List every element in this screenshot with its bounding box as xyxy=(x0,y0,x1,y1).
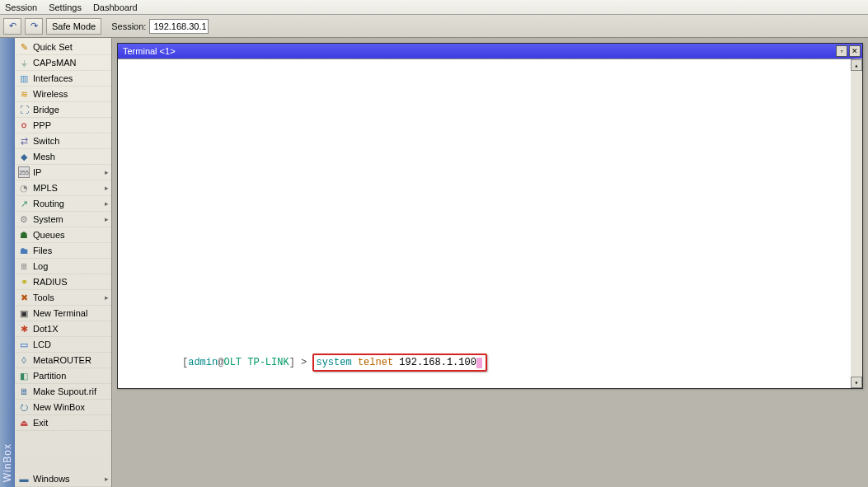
radius-icon: ⚭ xyxy=(18,276,30,288)
lcd-icon: ▭ xyxy=(18,339,30,350)
sidebar-item-queues[interactable]: ☗Queues xyxy=(15,227,111,243)
sidebar-item-files[interactable]: 🖿Files xyxy=(15,243,111,259)
mesh-icon: ◆ xyxy=(18,151,30,162)
sidebar-item-exit[interactable]: ⏏Exit xyxy=(15,415,111,431)
sidebar-item-label: LCD xyxy=(33,339,51,349)
chevron-right-icon: ▸ xyxy=(105,475,109,483)
bridge-icon: ⛶ xyxy=(18,104,30,115)
terminal-body[interactable]: ▴ ▾ [admin@OLT TP-LINK] > system telnet … xyxy=(118,59,862,388)
sidebar-item-radius[interactable]: ⚭RADIUS xyxy=(15,274,111,290)
sidebar-item-log[interactable]: 🗎Log xyxy=(15,259,111,274)
sidebar-item-label: IP xyxy=(33,167,41,177)
cmd-system: system xyxy=(316,357,351,368)
undo-button[interactable]: ↶ xyxy=(3,18,21,35)
chevron-right-icon: ▸ xyxy=(105,293,109,302)
scroll-up-button[interactable]: ▴ xyxy=(851,59,862,71)
sidebar-item-system[interactable]: ⚙System▸ xyxy=(15,212,111,227)
menu-dashboard[interactable]: Dashboard xyxy=(93,2,138,12)
sidebar-item-label: New WinBox xyxy=(33,402,85,412)
metarouter-icon: ◊ xyxy=(18,354,30,366)
sidebar-item-label: Log xyxy=(33,261,48,271)
terminal-title: Terminal <1> xyxy=(123,46,176,56)
toolbar: ↶ ↷ Safe Mode Session: 192.168.30.1 xyxy=(0,15,868,38)
routing-icon: ↗ xyxy=(18,198,30,209)
terminal-window: Terminal <1> ▫ ✕ ▴ ▾ [admin@OLT TP-LINK]… xyxy=(117,43,863,389)
sidebar-item-label: Routing xyxy=(33,199,64,208)
sidebar-item-wireless[interactable]: ≋Wireless xyxy=(15,87,111,102)
terminal-titlebar[interactable]: Terminal <1> ▫ ✕ xyxy=(118,44,862,59)
sidebar-item-partition[interactable]: ◧Partition xyxy=(15,368,111,384)
sidebar: ✎Quick Set⏚CAPsMAN▥Interfaces≋Wireless⛶B… xyxy=(15,38,112,487)
sidebar-item-windows[interactable]: ▬ Windows ▸ xyxy=(15,471,111,487)
ip-icon: 255 xyxy=(18,166,30,178)
close-button[interactable]: ✕ xyxy=(849,45,861,57)
sidebar-item-ip[interactable]: 255IP▸ xyxy=(15,165,111,180)
minimize-icon: ▫ xyxy=(840,47,842,55)
minimize-button[interactable]: ▫ xyxy=(836,45,847,57)
sidebar-item-label: Dot1X xyxy=(33,324,59,334)
interfaces-icon: ▥ xyxy=(18,73,30,84)
chevron-down-icon: ▾ xyxy=(855,379,859,386)
scroll-down-button[interactable]: ▾ xyxy=(851,377,862,388)
brand-strip: WinBox xyxy=(0,38,15,487)
sidebar-item-label: Switch xyxy=(33,136,59,146)
sidebar-item-label: Make Supout.rif xyxy=(33,386,96,396)
sidebar-item-new-terminal[interactable]: ▣New Terminal xyxy=(15,306,111,321)
sidebar-item-label: PPP xyxy=(33,120,51,130)
sidebar-item-label: Exit xyxy=(33,418,48,428)
new-terminal-icon: ▣ xyxy=(18,307,30,319)
sidebar-item-ppp[interactable]: ⭘PPP xyxy=(15,118,111,133)
sidebar-item-routing[interactable]: ↗Routing▸ xyxy=(15,196,111,212)
sidebar-item-label: New Terminal xyxy=(33,308,87,318)
content-area: Terminal <1> ▫ ✕ ▴ ▾ [admin@OLT TP-LINK]… xyxy=(112,38,868,487)
terminal-prompt-line: [admin@OLT TP-LINK] > system telnet 192.… xyxy=(123,342,487,383)
exit-icon: ⏏ xyxy=(18,417,30,428)
sidebar-item-new-winbox[interactable]: ⭮New WinBox xyxy=(15,400,111,415)
sidebar-item-mesh[interactable]: ◆Mesh xyxy=(15,149,111,165)
sidebar-item-tools[interactable]: ✖Tools▸ xyxy=(15,290,111,306)
menu-settings[interactable]: Settings xyxy=(49,2,82,12)
sidebar-item-label: Wireless xyxy=(33,89,68,99)
bracket-close: ] > xyxy=(289,357,307,368)
highlighted-command: system telnet 192.168.1.100 xyxy=(312,354,486,372)
sidebar-item-make-supout-rif[interactable]: 🗎Make Supout.rif xyxy=(15,384,111,400)
sidebar-item-label: Windows xyxy=(33,474,70,484)
safe-mode-button[interactable]: Safe Mode xyxy=(46,18,101,35)
sidebar-item-lcd[interactable]: ▭LCD xyxy=(15,337,111,353)
sidebar-item-bridge[interactable]: ⛶Bridge xyxy=(15,102,111,118)
capsman-icon: ⏚ xyxy=(18,57,30,68)
sidebar-item-quick-set[interactable]: ✎Quick Set xyxy=(15,40,111,55)
redo-button[interactable]: ↷ xyxy=(25,18,43,35)
cmd-arg: 192.168.1.100 xyxy=(399,357,476,368)
chevron-right-icon: ▸ xyxy=(105,199,109,208)
dot1x-icon: ✱ xyxy=(18,323,30,335)
ppp-icon: ⭘ xyxy=(18,119,30,131)
close-icon: ✕ xyxy=(852,47,858,55)
sidebar-item-mpls[interactable]: ◔MPLS▸ xyxy=(15,180,111,196)
make-supout-rif-icon: 🗎 xyxy=(18,386,30,397)
sidebar-item-label: Quick Set xyxy=(33,42,73,52)
cursor xyxy=(476,358,482,368)
partition-icon: ◧ xyxy=(18,370,30,382)
sidebar-item-capsman[interactable]: ⏚CAPsMAN xyxy=(15,55,111,71)
wireless-icon: ≋ xyxy=(18,88,30,100)
menu-session[interactable]: Session xyxy=(5,2,37,12)
sidebar-item-dot1x[interactable]: ✱Dot1X xyxy=(15,321,111,337)
sidebar-item-switch[interactable]: ⇄Switch xyxy=(15,133,111,149)
sidebar-item-label: Interfaces xyxy=(33,73,73,83)
quick-set-icon: ✎ xyxy=(18,41,30,53)
sidebar-item-metarouter[interactable]: ◊MetaROUTER xyxy=(15,353,111,368)
brand-label: WinBox xyxy=(2,443,13,482)
queues-icon: ☗ xyxy=(18,229,30,241)
session-field[interactable]: 192.168.30.1 xyxy=(149,19,209,34)
sidebar-item-label: MPLS xyxy=(33,183,58,193)
chevron-right-icon: ▸ xyxy=(105,215,109,223)
sidebar-item-interfaces[interactable]: ▥Interfaces xyxy=(15,71,111,87)
prompt-host: OLT TP-LINK xyxy=(223,357,289,368)
session-label: Session: xyxy=(111,21,146,31)
windows-icon: ▬ xyxy=(18,473,30,485)
chevron-right-icon: ▸ xyxy=(105,168,109,176)
tools-icon: ✖ xyxy=(18,292,30,303)
chevron-right-icon: ▸ xyxy=(105,184,109,192)
sidebar-item-label: Mesh xyxy=(33,152,55,162)
